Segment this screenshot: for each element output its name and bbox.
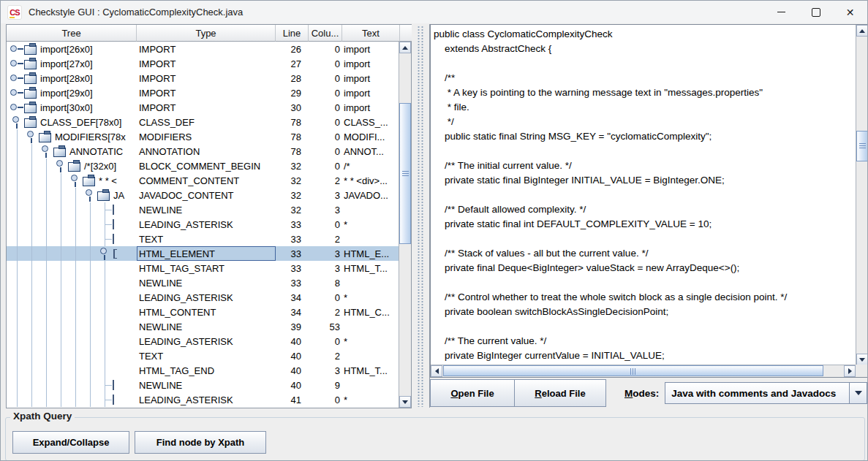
table-row[interactable]: ANNOTATICANNOTATION780ANNOT... <box>7 144 400 159</box>
code-scroll-down-button[interactable] <box>856 354 868 365</box>
scroll-up-button[interactable] <box>399 42 411 53</box>
tree-cell: ANNOTATIC <box>7 144 137 159</box>
table-row[interactable]: TEXT402 <box>7 348 400 363</box>
table-row[interactable]: NEWLINE338 <box>7 275 400 290</box>
app-window: CS Checkstyle GUI : CyclomaticComplexity… <box>0 0 868 461</box>
text-cell: import <box>342 85 400 100</box>
reload-file-button[interactable]: Reload File <box>514 379 606 407</box>
tree-guide-line <box>68 202 83 217</box>
expand-handle-icon[interactable] <box>10 42 24 56</box>
tree-guide-line <box>10 290 24 305</box>
column-cell: 0 <box>309 290 342 305</box>
collapse-handle-icon[interactable] <box>39 144 53 159</box>
table-row[interactable]: HTML_TAG_END403HTML_T... <box>7 363 400 378</box>
column-header-tree[interactable]: Tree <box>7 25 137 42</box>
table-row[interactable]: JAJAVADOC_CONTENT323JAVADO... <box>7 188 400 202</box>
code-scroll-right-button[interactable] <box>844 365 856 377</box>
table-row[interactable]: import[29x0]IMPORT290import <box>7 85 400 100</box>
table-row[interactable]: LEADING_ASTERISK400* <box>7 334 400 348</box>
table-row[interactable]: HTML_ELEMENT333HTML_E... <box>7 246 400 261</box>
table-row[interactable]: TEXT332 <box>7 232 400 246</box>
table-row[interactable]: NEWLINE323 <box>7 202 400 217</box>
code-scroll-left-button[interactable] <box>431 365 442 377</box>
table-row[interactable]: NEWLINE409 <box>7 378 400 392</box>
xpath-buttons: Expand/Collapse Find node by Xpath <box>12 431 266 454</box>
table-row[interactable]: NEWLINE3953 <box>7 319 400 334</box>
code-vertical-scrollbar[interactable] <box>856 25 868 365</box>
split-pane-divider[interactable] <box>412 24 429 408</box>
tree-guide-line <box>10 392 24 407</box>
tree-guide-line <box>53 378 68 392</box>
close-button[interactable]: ✕ <box>833 1 867 23</box>
column-header-text[interactable]: Text <box>342 25 400 42</box>
window-title: Checkstyle GUI : CyclomaticComplexityChe… <box>29 7 243 18</box>
expand-collapse-button[interactable]: Expand/Collapse <box>12 431 129 454</box>
table-row[interactable]: import[30x0]IMPORT300import <box>7 100 400 115</box>
table-row[interactable]: LEADING_ASTERISK410* <box>7 392 400 407</box>
text-cell: import <box>342 42 400 56</box>
code-horizontal-scrollbar[interactable] <box>431 365 856 377</box>
find-node-by-xpath-button[interactable]: Find node by Xpath <box>135 431 266 454</box>
expand-handle-icon[interactable] <box>10 71 24 85</box>
scroll-down-button[interactable] <box>399 396 411 408</box>
tree-guide-line <box>68 319 83 334</box>
collapse-handle-icon[interactable] <box>53 159 68 173</box>
collapse-handle-icon[interactable] <box>10 115 24 129</box>
table-row[interactable]: LEADING_ASTERISK340* <box>7 290 400 305</box>
collapse-handle-icon[interactable] <box>68 173 83 188</box>
text-cell: * <box>342 392 400 407</box>
tree-guide-line <box>53 188 68 202</box>
scroll-up-icon <box>402 46 408 50</box>
tree-vertical-scrollbar[interactable] <box>399 42 411 408</box>
text-cell <box>342 275 400 290</box>
folder-icon <box>24 89 37 99</box>
tree-guide-line <box>68 188 83 202</box>
column-cell: 0 <box>309 217 342 232</box>
table-row[interactable]: CLASS_DEF[78x0]CLASS_DEF780CLASS_... <box>7 115 400 129</box>
text-cell: * <box>342 217 400 232</box>
table-row[interactable]: MODIFIERS[78xMODIFIERS780MODIFI... <box>7 129 400 144</box>
tree-guide-line <box>39 334 53 348</box>
collapse-handle-icon[interactable] <box>97 246 112 261</box>
expand-handle-icon[interactable] <box>10 56 24 71</box>
tree-guide-line <box>97 290 112 305</box>
expand-handle-icon[interactable] <box>10 100 24 115</box>
code-scrollbar-thumb[interactable] <box>856 131 868 161</box>
table-row[interactable]: HTML_CONTENT342HTML_C... <box>7 305 400 319</box>
code-hscrollbar-thumb[interactable] <box>443 365 823 376</box>
code-scroll-up-button[interactable] <box>856 25 868 37</box>
tree-guide-line <box>24 159 39 173</box>
table-row[interactable]: HTML_TAG_START333HTML_T... <box>7 261 400 275</box>
tree-guide-line <box>83 319 97 334</box>
column-header-colu[interactable]: Colu... <box>309 25 342 42</box>
expand-handle-icon[interactable] <box>10 85 24 100</box>
column-header-line[interactable]: Line <box>276 25 309 42</box>
column-header-type[interactable]: Type <box>137 25 276 42</box>
collapse-handle-icon[interactable] <box>24 129 39 144</box>
table-row[interactable]: import[26x0]IMPORT260import <box>7 42 400 56</box>
column-cell: 3 <box>309 188 342 202</box>
table-row[interactable]: * * <COMMENT_CONTENT322* * <div>... <box>7 173 400 188</box>
table-row[interactable]: import[27x0]IMPORT270import <box>7 56 400 71</box>
minimize-button[interactable] <box>764 1 799 23</box>
folder-icon <box>97 191 110 201</box>
collapse-handle-icon[interactable] <box>83 188 97 202</box>
combo-dropdown-button[interactable] <box>849 383 867 403</box>
tree-guide-line <box>68 261 83 275</box>
table-row[interactable]: LEADING_ASTERISK330* <box>7 217 400 232</box>
line-cell: 78 <box>276 144 309 159</box>
mode-select[interactable]: Java with comments and Javadocs <box>665 382 867 404</box>
maximize-button[interactable] <box>799 1 833 23</box>
source-code-textarea[interactable]: public class CyclomaticComplexityCheck e… <box>431 25 856 365</box>
tree-guide-line <box>39 261 53 275</box>
table-row[interactable]: import[28x0]IMPORT280import <box>7 71 400 85</box>
title-bar[interactable]: CS Checkstyle GUI : CyclomaticComplexity… <box>1 1 867 23</box>
line-cell: 33 <box>276 246 309 261</box>
open-file-button[interactable]: Open File <box>430 379 515 407</box>
tree-guide-line <box>83 261 97 275</box>
tree-guide-line <box>10 188 24 202</box>
tree-scrollbar-thumb[interactable] <box>399 103 411 244</box>
text-cell: MODIFI... <box>342 129 400 144</box>
table-row[interactable]: /*[32x0]BLOCK_COMMENT_BEGIN320/* <box>7 159 400 173</box>
text-cell: HTML_T... <box>342 261 400 275</box>
